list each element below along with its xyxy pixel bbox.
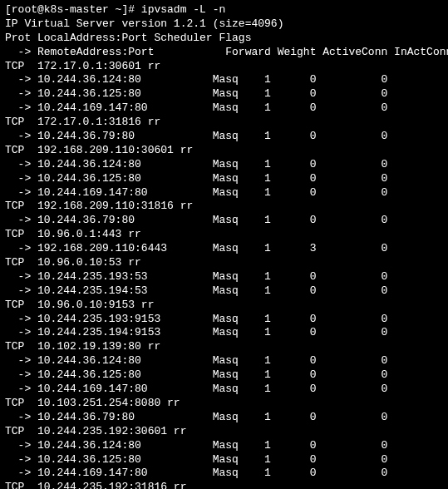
- ipvs-service-row: TCP 172.17.0.1:31816 rr: [5, 116, 443, 130]
- terminal-output: [root@k8s-master ~]# ipvsadm -L -n IP Vi…: [5, 3, 443, 489]
- ipvs-service-row: TCP 192.168.209.110:30601 rr: [5, 144, 443, 158]
- ipvs-header-version: IP Virtual Server version 1.2.1 (size=40…: [5, 17, 443, 32]
- ipvs-real-server-row: -> 10.244.36.79:80 Masq 1 0 0: [5, 130, 443, 144]
- ipvs-service-row: TCP 10.103.251.254:8080 rr: [5, 397, 443, 411]
- ipvs-real-server-row: -> 10.244.235.194:53 Masq 1 0 0: [5, 284, 443, 299]
- ipvs-service-row: TCP 10.244.235.192:31816 rr: [5, 481, 443, 489]
- ipvs-service-row: TCP 10.96.0.10:53 rr: [5, 256, 443, 270]
- shell-prompt-line: [root@k8s-master ~]# ipvsadm -L -n: [5, 3, 443, 17]
- ipvs-real-server-row: -> 10.244.36.125:80 Masq 1 0 0: [5, 453, 443, 467]
- ipvs-header-subcolumns: -> RemoteAddress:Port Forward Weight Act…: [5, 46, 443, 60]
- ipvs-real-server-row: -> 10.244.36.125:80 Masq 1 0 0: [5, 172, 443, 186]
- ipvs-service-row: TCP 10.102.19.139:80 rr: [5, 340, 443, 354]
- ipvs-real-server-row: -> 10.244.36.124:80 Masq 1 0 0: [5, 73, 443, 87]
- ipvs-service-row: TCP 10.96.0.10:9153 rr: [5, 299, 443, 313]
- ipvs-real-server-row: -> 10.244.235.194:9153 Masq 1 0 0: [5, 326, 443, 340]
- ipvs-header-columns: Prot LocalAddress:Port Scheduler Flags: [5, 32, 443, 46]
- ipvs-service-row: TCP 172.17.0.1:30601 rr: [5, 60, 443, 74]
- ipvs-real-server-row: -> 10.244.36.124:80 Masq 1 0 0: [5, 439, 443, 453]
- ipvs-service-row: TCP 10.96.0.1:443 rr: [5, 228, 443, 242]
- ipvs-real-server-row: -> 10.244.36.125:80 Masq 1 0 0: [5, 368, 443, 383]
- ipvs-real-server-row: -> 10.244.169.147:80 Masq 1 0 0: [5, 467, 443, 481]
- ipvs-real-server-row: -> 10.244.235.193:9153 Masq 1 0 0: [5, 313, 443, 327]
- ipvs-service-row: TCP 192.168.209.110:31816 rr: [5, 200, 443, 214]
- ipvs-real-server-row: -> 10.244.169.147:80 Masq 1 0 0: [5, 101, 443, 116]
- ipvs-real-server-row: -> 10.244.36.125:80 Masq 1 0 0: [5, 87, 443, 101]
- ipvs-services-list: TCP 172.17.0.1:30601 rr -> 10.244.36.124…: [5, 60, 443, 489]
- ipvs-real-server-row: -> 192.168.209.110:6443 Masq 1 3 0: [5, 242, 443, 256]
- ipvs-real-server-row: -> 10.244.169.147:80 Masq 1 0 0: [5, 186, 443, 200]
- ipvs-real-server-row: -> 10.244.36.79:80 Masq 1 0 0: [5, 411, 443, 425]
- ipvs-real-server-row: -> 10.244.235.193:53 Masq 1 0 0: [5, 270, 443, 284]
- ipvs-real-server-row: -> 10.244.36.124:80 Masq 1 0 0: [5, 158, 443, 172]
- ipvs-service-row: TCP 10.244.235.192:30601 rr: [5, 425, 443, 439]
- ipvs-real-server-row: -> 10.244.36.79:80 Masq 1 0 0: [5, 214, 443, 228]
- ipvs-real-server-row: -> 10.244.169.147:80 Masq 1 0 0: [5, 383, 443, 397]
- ipvs-real-server-row: -> 10.244.36.124:80 Masq 1 0 0: [5, 354, 443, 368]
